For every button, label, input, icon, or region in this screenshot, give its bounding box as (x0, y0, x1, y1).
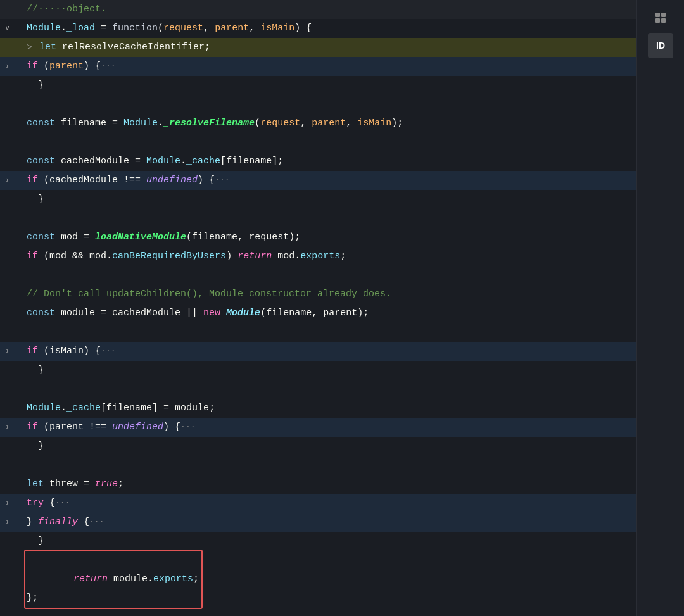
line-if-parent: › if (parent) {··· (0, 57, 636, 76)
expand-arrow-if-cached[interactable]: › (5, 171, 14, 190)
debugger-label: ID (656, 41, 665, 51)
line-if-mod: if (mod && mod.canBeRequiredByUsers) ret… (0, 247, 636, 266)
svg-rect-2 (656, 18, 660, 23)
line-empty-6 (0, 380, 636, 399)
line-let-threw: let threw = true; (0, 475, 636, 494)
line-finally: › } finally {··· (0, 513, 636, 532)
expand-arrow-try[interactable]: › (5, 494, 14, 513)
line-comment-obj: //·····object. (0, 0, 636, 19)
line-try: › try {··· (0, 494, 636, 513)
line-close-5: } (0, 532, 636, 551)
right-panel: ID (636, 0, 684, 616)
line-close-last: }; (0, 589, 636, 608)
line-empty-4 (0, 266, 636, 285)
line-module-cache: Module._cache[filename] = module; (0, 399, 636, 418)
line-const-filename: const filename = Module._resolveFilename… (0, 114, 636, 133)
svg-rect-0 (656, 13, 660, 17)
line-close-2: } (0, 190, 636, 209)
expand-arrow-if-ismain[interactable]: › (5, 342, 14, 361)
code-container: //·····object. ∨ Module._load = function… (0, 0, 636, 616)
line-if-parent2: › if (parent !== undefined) {··· (0, 418, 636, 437)
line-function-def: ∨ Module._load = function(request, paren… (0, 19, 636, 38)
collapse-arrow-1[interactable]: ∨ (5, 19, 14, 38)
line-close-4: } (0, 437, 636, 456)
line-const-mod: const mod = loadNativeModule(filename, r… (0, 228, 636, 247)
line-empty-5 (0, 323, 636, 342)
expand-arrow-if-parent2[interactable]: › (5, 418, 14, 437)
grid-icon[interactable] (648, 5, 673, 30)
svg-rect-3 (661, 18, 666, 23)
expand-arrow-if-parent[interactable]: › (5, 57, 14, 76)
expand-arrow-finally[interactable]: › (5, 513, 14, 532)
line-let-rel: ▷ let relResolveCacheIdentifier; (0, 38, 636, 57)
line-const-module: const module = cachedModule || new Modul… (0, 304, 636, 323)
line-if-cached: › if (cachedModule !== undefined) {··· (0, 171, 636, 190)
line-const-cached: const cachedModule = Module._cache[filen… (0, 152, 636, 171)
editor-area: //·····object. ∨ Module._load = function… (0, 0, 684, 616)
line-empty-2 (0, 133, 636, 152)
line-empty-1 (0, 95, 636, 114)
svg-rect-1 (661, 13, 666, 17)
line-close-3: } (0, 361, 636, 380)
line-comment-dont: // Don't call updateChildren(), Module c… (0, 285, 636, 304)
line-return: return module.exports; (0, 570, 636, 589)
line-empty-3 (0, 209, 636, 228)
line-if-ismain: › if (isMain) {··· (0, 342, 636, 361)
line-empty-7 (0, 456, 636, 475)
line-close-1: } (0, 76, 636, 95)
debugger-panel-icon[interactable]: ID (648, 33, 673, 58)
